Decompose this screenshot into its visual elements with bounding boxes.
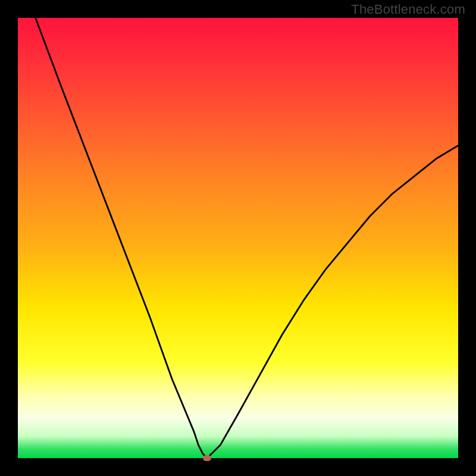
- plot-area: [18, 18, 458, 458]
- optimal-point-marker: [203, 455, 211, 461]
- watermark-text: TheBottleneck.com: [351, 2, 465, 17]
- bottleneck-curve: [36, 18, 458, 458]
- chart-curve-svg: [18, 18, 458, 458]
